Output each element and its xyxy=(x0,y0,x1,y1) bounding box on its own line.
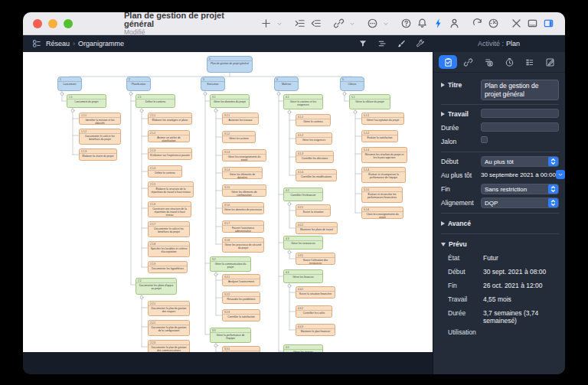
orgchart-node[interactable]: 3Exécution xyxy=(201,77,225,91)
orgchart-node[interactable]: 3.1Gérer les données du projet xyxy=(210,94,250,108)
orgchart-node[interactable]: 2.1.8Spécifier les livrables et critères… xyxy=(148,241,190,257)
orgchart-node[interactable]: 3.1.6Gérer les données de processus xyxy=(222,202,264,214)
expand-collapse-icon[interactable] xyxy=(214,344,217,347)
orgchart-node[interactable]: 4.1.2Gérer les exigences xyxy=(296,132,332,145)
orgchart-node[interactable]: 4.1.4Contrôler les modifications xyxy=(296,169,337,181)
expand-collapse-icon[interactable] xyxy=(214,273,217,276)
tab-finances[interactable] xyxy=(480,55,498,69)
wrench-icon[interactable] xyxy=(416,39,425,48)
orgchart-node[interactable]: 2Planification xyxy=(126,77,151,91)
orgchart-node[interactable]: 5.1.1Gérer l'acceptation du projet xyxy=(361,113,404,125)
gauge-icon[interactable] xyxy=(488,18,499,29)
orgchart-node[interactable]: 3.2.2Résoudre les problèmes xyxy=(222,292,260,304)
orgchart-node[interactable]: 4.3.1Suivre l'utilisation des ressources xyxy=(296,253,335,265)
orgchart-node[interactable]: 2.2.1Documenter le plan de gestion des r… xyxy=(148,301,190,316)
orgchart-node[interactable]: 4.3Gérer les ressources xyxy=(283,236,323,250)
orgchart-node[interactable]: 1.1.1Identifier la mission et les object… xyxy=(79,113,121,125)
chevron-down-icon[interactable] xyxy=(349,21,355,27)
orgchart-node[interactable]: 2.1.9Documenter les hypothèses xyxy=(148,261,188,273)
person-icon[interactable] xyxy=(449,18,460,29)
expand-collapse-icon[interactable] xyxy=(288,203,291,206)
expand-collapse-icon[interactable] xyxy=(204,93,207,96)
expand-collapse-icon[interactable] xyxy=(214,109,217,113)
breadcrumb-section[interactable]: Réseau xyxy=(46,40,70,47)
orgchart-node[interactable]: 4.4.1Suivre la situation financière xyxy=(296,286,335,299)
orgchart-node[interactable]: 4.4.3Maintenir le plan financier xyxy=(296,324,335,336)
minimize-window-button[interactable] xyxy=(48,19,57,28)
orgchart-node[interactable]: 3.1.1Autoriser les travaux xyxy=(222,113,259,125)
disclosure-collapsed-icon[interactable] xyxy=(441,83,445,87)
orgchart-node[interactable]: 4.2.1Suivre la situation xyxy=(296,204,331,217)
sync-icon[interactable] xyxy=(472,18,483,29)
tab-note[interactable] xyxy=(541,55,560,69)
duree-input[interactable] xyxy=(481,122,559,132)
titre-textarea[interactable]: Plan de gestion de projet général xyxy=(481,80,559,100)
expand-collapse-icon[interactable] xyxy=(288,285,291,288)
date-picker-button[interactable] xyxy=(556,170,565,179)
orgchart-node[interactable]: 3.2.3Contrôler la satisfaction xyxy=(222,309,260,321)
orgchart-node[interactable]: 3.2Gérer la communication du projet xyxy=(210,256,251,272)
orgchart-node[interactable]: 3.2.1Analyser l'avancement xyxy=(222,274,260,286)
breadcrumb[interactable]: Réseau›Organigramme xyxy=(46,40,124,47)
orgchart-node[interactable]: 5.1.4Évaluer et récompenser la performan… xyxy=(361,167,406,183)
chevron-down-icon[interactable] xyxy=(383,21,389,27)
orgchart-node[interactable]: 5.1.3Résumer les résultats du projet et … xyxy=(361,147,407,163)
orgchart-node[interactable]: 4.2Contrôler l'échéancier xyxy=(283,188,323,201)
orgchart-node[interactable]: 3.1.4Gérer les éléments de données xyxy=(222,167,263,179)
orgchart-node[interactable]: 2.1.2Animer un atelier de planification xyxy=(148,130,190,142)
expand-collapse-icon[interactable] xyxy=(60,93,64,96)
debut-select[interactable]: Au plus tôt xyxy=(481,156,559,167)
orgchart-node[interactable]: 2.2.2Documenter le plan de gestion de la… xyxy=(148,320,190,336)
expand-collapse-icon[interactable] xyxy=(71,109,74,113)
add-icon[interactable] xyxy=(260,18,272,29)
expand-collapse-icon[interactable] xyxy=(129,93,132,96)
tab-links[interactable] xyxy=(459,55,478,69)
link-icon[interactable] xyxy=(333,18,345,29)
tab-attachments[interactable] xyxy=(521,55,539,69)
orgchart-node[interactable]: 2.1.1Élaborer les stratégies et plans xyxy=(148,113,192,125)
breadcrumb-view[interactable]: Organigramme xyxy=(78,40,124,47)
expand-collapse-icon[interactable] xyxy=(354,111,357,114)
jalon-checkbox[interactable] xyxy=(481,136,488,143)
expand-collapse-icon[interactable] xyxy=(288,111,291,114)
orgchart-node[interactable]: 5.1.6Clore les enseignements du projet xyxy=(361,207,403,219)
expand-collapse-icon[interactable] xyxy=(288,251,291,254)
orgchart-node[interactable]: 4.2.2Maintenir les plans de travail xyxy=(296,222,338,234)
orgchart-node[interactable]: 5.1.2Évaluer la satisfaction xyxy=(361,130,398,142)
outline-icon[interactable] xyxy=(377,39,387,48)
expand-collapse-icon[interactable] xyxy=(277,93,280,96)
fin-select[interactable]: Sans restriction xyxy=(481,184,559,194)
orgchart-node[interactable]: 4.1.1Gérer le contenu xyxy=(296,114,331,126)
orgchart-node[interactable]: 4Maîtrise xyxy=(274,77,299,91)
alignement-select[interactable]: DQP xyxy=(481,197,559,208)
orgchart-node[interactable]: 2.1.3S'informer sur l'expérience passée xyxy=(148,148,192,160)
orgchart-node[interactable]: 3.1.7Fournir l'assistance administrative xyxy=(222,220,264,233)
expand-collapse-icon[interactable] xyxy=(140,296,143,299)
orgchart-node[interactable]: 1.1.2Documenter le coût et les bénéfices… xyxy=(79,129,121,145)
disclosure-collapsed-icon[interactable] xyxy=(441,221,445,226)
orgchart-node[interactable]: 0Plan de gestion de projet général xyxy=(207,56,253,73)
orgchart-node[interactable]: 1Lancement xyxy=(57,77,82,91)
more-circle-icon[interactable] xyxy=(367,18,378,29)
orgchart-node[interactable]: 3.1.5Gérer les éléments de configuration xyxy=(222,184,266,197)
cut-icon[interactable] xyxy=(511,18,522,29)
orgchart-node[interactable]: 4.1.3Contrôler les décisions xyxy=(296,151,334,163)
orgchart-node[interactable]: 3.1.2Gérer les actions xyxy=(222,131,256,143)
orgchart-node[interactable]: 2.2Documenter les plans d'appui au proje… xyxy=(136,278,177,295)
orgchart-node[interactable]: 3.3Gérer la performance de l'équipe xyxy=(210,328,251,343)
orgchart-node[interactable]: 1.1.3Élaborer la charte du projet xyxy=(79,148,117,161)
orgchart-node[interactable]: 2.1.6Construire une structure de la répa… xyxy=(148,201,191,217)
orgchart-node[interactable]: 4.4Gérer les finances xyxy=(283,269,323,283)
bolt-icon[interactable] xyxy=(433,18,444,29)
disclosure-collapsed-icon[interactable] xyxy=(441,112,445,116)
expand-collapse-icon[interactable] xyxy=(343,93,346,96)
tab-general[interactable] xyxy=(439,55,457,69)
filter-icon[interactable] xyxy=(358,39,368,48)
help-icon[interactable] xyxy=(400,18,412,29)
orgchart-node[interactable]: 1.1Lancement du projet xyxy=(67,94,106,108)
panel-right-icon[interactable] xyxy=(543,18,554,29)
orgchart-node[interactable]: 2.1.5Élaborer la structure de la réparti… xyxy=(148,181,194,197)
zoom-window-button[interactable] xyxy=(64,19,73,28)
orgchart-node[interactable]: 2.1.4Définir le contenu xyxy=(148,165,182,178)
orgchart-node[interactable]: 3.3.1Évaluer la performance de l'équipe xyxy=(222,346,260,352)
